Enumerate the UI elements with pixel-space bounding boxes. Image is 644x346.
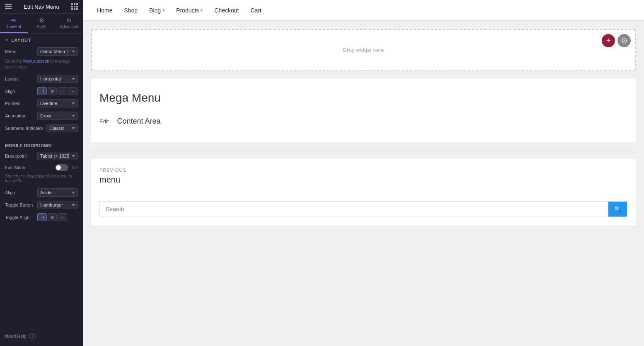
layout-field-row: Layout Horizontal [0,73,83,85]
search-button[interactable]: 🔍 [608,202,627,217]
edit-link[interactable]: Edit [99,118,109,124]
nav-item-shop[interactable]: Shop [118,0,143,21]
pointer-field-label: Pointer [5,101,34,106]
toggle-button-select[interactable]: Hamburger [37,201,78,209]
tab-content-label: Content [7,24,21,29]
help-circle-icon: ? [29,333,36,339]
nav-item-blog[interactable]: Blog ▾ [143,0,170,21]
animation-select[interactable]: Grow [37,112,78,120]
layout-label: Layout [11,38,31,43]
tab-advanced[interactable]: ⚙ Advanced [55,14,83,33]
search-input[interactable] [100,202,608,217]
toggle-align-center-btn[interactable]: ⊕ [48,213,57,221]
align-justify-btn[interactable]: ↔ [68,87,78,95]
tab-style-label: Style [37,24,46,29]
tab-advanced-label: Advanced [60,24,78,29]
align-center-btn[interactable]: ⊕ [48,87,57,95]
toggle-align-buttons: ⊣ ⊕ ⊢ [37,213,78,221]
submenu-select[interactable]: Classic [46,124,78,132]
previous-section: PREVIOUS menu [91,159,636,193]
layout-section-title: ▼ Layout [0,34,83,45]
align2-field-row: Align Aside [0,186,83,199]
add-widget-button[interactable]: + [602,34,615,47]
grid-icon[interactable] [71,3,78,10]
align-field-row: Align ⊣ ⊕ ⊢ ↔ [0,85,83,97]
nav-item-checkout[interactable]: Checkout [208,0,245,21]
content-tab-icon: ✏ [11,17,16,24]
full-width-no: NO [72,166,78,170]
tab-content[interactable]: ✏ Content [0,14,28,33]
nav-cart-label: Cart [251,7,261,14]
section-divider-1 [0,137,83,137]
animation-field-label: Animation [5,113,34,118]
drag-widget-here: Drag widget here [335,30,392,70]
search-bar-area: 🔍 [91,193,636,225]
widget-controls: + ⊙ [602,34,631,47]
align2-field-control: Aside [37,188,78,197]
pointer-select[interactable]: Overline [37,99,78,107]
widget-settings-button[interactable]: ⊙ [617,34,631,47]
menu-select[interactable]: Demo Menu for Ele [37,47,78,56]
nav-products-label: Products [176,7,199,14]
toggle-align-right-btn[interactable]: ⊢ [58,213,67,221]
main-content: Home Shop Blog ▾ Products ▾ Checkout Car… [83,0,644,346]
align-right-btn[interactable]: ⊢ [58,87,67,95]
align-field-label: Align [5,89,34,94]
layout-field-label: Layout [5,76,34,81]
breakpoint-select[interactable]: Tablet (< 1025px) [37,152,78,160]
layout-select[interactable]: Horizontal [37,75,78,83]
previous-link[interactable]: menu [99,175,627,185]
left-panel: Edit Nav Menu ✏ Content ⚙ Style ⚙ Advanc… [0,0,83,346]
submenu-field-control: Classic [46,124,78,132]
toggle-align-left-btn[interactable]: ⊣ [37,213,47,221]
need-help[interactable]: Need Help ? [0,326,83,346]
full-width-note: Stretch the dropdown of the menu to full… [0,173,83,186]
toggle-button-field-row: Toggle Button Hamburger [0,199,83,211]
blog-arrow-icon: ▾ [162,8,165,12]
align-buttons: ⊣ ⊕ ⊢ ↔ [37,87,78,95]
edit-content-row: Edit Content Area [99,113,627,130]
toggle-button-field-control: Hamburger [37,201,78,209]
previous-label: PREVIOUS [99,168,627,173]
layout-field-control: Horizontal [37,75,78,83]
pointer-field-row: Pointer Overline [0,97,83,110]
toggle-align-label: Toggle Align [5,215,34,220]
style-tab-icon: ⚙ [39,17,44,24]
tab-style[interactable]: ⚙ Style [28,14,56,33]
breakpoint-field-control: Tablet (< 1025px) [37,152,78,160]
search-input-wrap: 🔍 [99,201,627,217]
nav-shop-label: Shop [124,7,138,14]
animation-field-control: Grow [37,112,78,120]
panel-title: Edit Nav Menu [24,4,59,10]
full-width-row: Full Width NO [0,162,83,173]
nav-item-home[interactable]: Home [91,0,118,21]
align2-field-label: Align [5,190,34,195]
products-arrow-icon: ▾ [201,8,203,12]
toggle-button-label: Toggle Button [5,202,34,207]
tab-bar: ✏ Content ⚙ Style ⚙ Advanced [0,14,83,34]
mega-menu-section: Mega Menu Edit Content Area [91,79,636,142]
breakpoint-field-row: Breakpoint Tablet (< 1025px) [0,150,83,162]
toggle-knob [56,165,61,170]
align-left-btn[interactable]: ⊣ [37,87,47,95]
nav-item-products[interactable]: Products ▾ [170,0,208,21]
content-area-label: Content Area [117,117,160,126]
nav-home-label: Home [97,7,112,14]
nav-checkout-label: Checkout [214,7,239,14]
panel-header: Edit Nav Menu [0,0,83,14]
nav-item-cart[interactable]: Cart [245,0,267,21]
full-width-toggle[interactable] [55,164,68,171]
section-arrow: ▼ [5,38,9,42]
full-width-label: Full Width [5,165,52,170]
advanced-tab-icon: ⚙ [66,17,72,24]
menu-field-row: Menu Demo Menu for Ele [0,45,83,58]
hamburger-icon[interactable] [5,4,12,9]
menus-screen-link[interactable]: Menus screen [23,59,49,63]
breakpoint-field-label: Breakpoint [5,154,34,158]
widget-area: + ⊙ Drag widget here [91,29,636,71]
mobile-dropdown-label: Mobile Dropdown [0,140,83,150]
submenu-field-label: Submenu Indicator [5,126,43,131]
menu-field-label: Menu [5,49,34,54]
animation-field-row: Animation Grow [0,110,83,122]
align2-select[interactable]: Aside [37,188,78,197]
